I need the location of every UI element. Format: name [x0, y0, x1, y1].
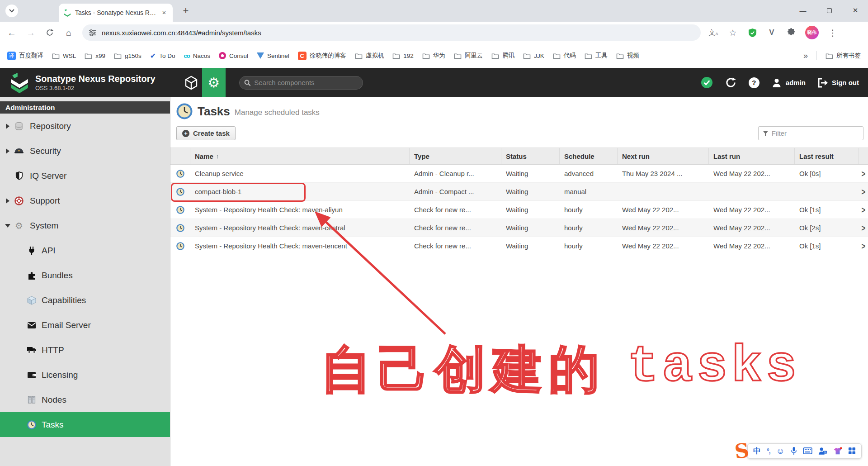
forward-button[interactable]: → [24, 25, 38, 40]
back-button[interactable]: ← [5, 25, 19, 40]
sidebar-item-api[interactable]: API [0, 238, 170, 263]
bookmark-item[interactable]: WSL [52, 52, 76, 59]
skin-shirt-icon[interactable] [833, 447, 842, 455]
refresh-button[interactable] [725, 76, 737, 89]
row-chevron-icon[interactable] [859, 241, 868, 251]
ime-language-mode[interactable]: 中 [753, 446, 761, 456]
table-row[interactable]: System - Repository Health Check: maven-… [170, 237, 868, 255]
table-row[interactable]: System - Repository Health Check: maven-… [170, 201, 868, 219]
bookmark-item[interactable]: 华为 [422, 52, 445, 60]
sidebar-item-tasks[interactable]: Tasks [0, 412, 170, 437]
window-minimize-button[interactable]: — [794, 4, 812, 17]
bookmark-item[interactable]: 视频 [616, 52, 639, 60]
col-header-type[interactable]: Type [410, 148, 501, 164]
bookmarks-overflow-button[interactable]: » [803, 51, 808, 61]
microphone-icon[interactable] [791, 447, 797, 455]
bookmark-item[interactable]: To Do [150, 52, 175, 60]
user-badge-icon[interactable]: 78 [818, 447, 827, 455]
keyboard-icon[interactable] [803, 447, 812, 454]
translate-icon[interactable]: 文A [708, 27, 719, 38]
home-button[interactable]: ⌂ [61, 25, 76, 40]
col-header-name[interactable]: Name [190, 148, 410, 164]
profile-avatar[interactable]: 晓伟 [805, 26, 819, 39]
bookmark-item[interactable]: 代码 [553, 52, 576, 60]
col-header-last-result[interactable]: Last result [795, 148, 859, 164]
new-tab-button[interactable] [180, 5, 192, 17]
all-bookmarks-button[interactable]: 所有书签 [826, 52, 861, 60]
bookmark-label: To Do [159, 52, 175, 59]
sogou-logo-icon[interactable]: S [734, 438, 750, 463]
sidebar-item-bundles[interactable]: Bundles [0, 263, 170, 288]
table-row[interactable]: Cleanup service Admin - Cleanup r... Wai… [170, 165, 868, 183]
v-extension-icon[interactable] [766, 27, 777, 38]
help-button[interactable] [749, 77, 760, 88]
admin-mode-button[interactable] [202, 68, 226, 97]
folder-icon [52, 52, 60, 59]
tab-search-button[interactable] [5, 5, 18, 17]
col-header-schedule[interactable]: Schedule [560, 148, 618, 164]
table-row[interactable]: compact-blob-1 Admin - Compact ... Waiti… [170, 183, 868, 201]
row-chevron-icon[interactable] [859, 186, 868, 197]
emoji-icon[interactable] [776, 446, 785, 456]
caret-right-icon[interactable] [6, 198, 9, 204]
bookmark-item[interactable]: 徐晓伟的博客 [298, 52, 346, 60]
bookmark-item[interactable]: 腾讯 [491, 52, 514, 60]
cell-schedule: manual [560, 188, 618, 195]
bookmark-item[interactable]: Sentinel [257, 52, 289, 59]
sidebar-item-support[interactable]: Support [0, 188, 170, 213]
sidebar-item-system[interactable]: System [0, 213, 170, 238]
row-chevron-icon[interactable] [859, 204, 868, 215]
omnibox[interactable] [82, 24, 701, 41]
caret-right-icon[interactable] [6, 124, 9, 129]
sidebar-item-licensing[interactable]: Licensing [0, 362, 170, 387]
sidebar-item-iq-server[interactable]: IQ Server [0, 163, 170, 188]
bookmark-item[interactable]: 192 [392, 52, 414, 59]
product-version: OSS 3.68.1-02 [35, 85, 156, 91]
adguard-extension-icon[interactable] [747, 27, 758, 38]
col-header-last-run[interactable]: Last run [709, 148, 795, 164]
user-menu[interactable]: admin [771, 77, 806, 88]
row-chevron-icon[interactable] [859, 223, 868, 233]
sidebar-item-http[interactable]: HTTP [0, 338, 170, 362]
site-settings-icon[interactable] [89, 29, 96, 37]
col-header-next-run[interactable]: Next run [618, 148, 709, 164]
bookmark-item[interactable]: 阿里云 [454, 52, 483, 60]
col-header-status[interactable]: Status [501, 148, 560, 164]
bookmark-item[interactable]: 虚拟机 [355, 52, 384, 60]
bookmark-item[interactable]: JJK [523, 52, 544, 59]
ime-punctuation-toggle[interactable]: °, [767, 447, 770, 455]
window-maximize-button[interactable] [820, 4, 838, 17]
bookmark-item[interactable]: Nacos [184, 52, 210, 59]
more-grid-icon[interactable] [848, 447, 856, 455]
table-row[interactable]: System - Repository Health Check: maven-… [170, 219, 868, 237]
row-chevron-icon[interactable] [859, 168, 868, 179]
filter-field[interactable] [758, 126, 863, 140]
bookmark-item[interactable]: Consul [219, 52, 248, 59]
health-check-button[interactable] [701, 76, 713, 89]
extensions-puzzle-icon[interactable] [786, 27, 797, 38]
search-input[interactable] [254, 79, 358, 86]
bookmark-item[interactable]: x99 [85, 52, 105, 59]
url-input[interactable] [102, 29, 667, 37]
caret-down-icon[interactable] [5, 224, 10, 228]
sign-out-button[interactable]: Sign out [817, 78, 859, 88]
reload-button[interactable] [42, 25, 57, 40]
tab-close-icon[interactable] [160, 9, 168, 17]
sidebar-item-capabilities[interactable]: Capabilities [0, 288, 170, 313]
filter-input[interactable] [772, 129, 859, 137]
bookmark-item[interactable]: g150s [114, 52, 142, 59]
caret-right-icon[interactable] [6, 148, 9, 154]
window-close-button[interactable]: ✕ [846, 4, 864, 17]
component-search[interactable] [239, 76, 363, 90]
browser-menu-icon[interactable] [827, 27, 838, 38]
sidebar-item-nodes[interactable]: Nodes [0, 387, 170, 412]
sidebar-item-security[interactable]: Security [0, 138, 170, 163]
bookmark-item[interactable]: 工具 [585, 52, 608, 60]
create-task-button[interactable]: Create task [176, 126, 236, 140]
bookmark-item[interactable]: 译百度翻译 [7, 52, 43, 60]
bookmark-star-icon[interactable] [727, 27, 738, 38]
browse-mode-button[interactable] [180, 76, 202, 90]
sidebar-item-email-server[interactable]: Email Server [0, 313, 170, 338]
browser-tab-active[interactable]: Tasks - Sonatype Nexus Repo [59, 4, 173, 22]
sidebar-item-repository[interactable]: Repository [0, 114, 170, 138]
